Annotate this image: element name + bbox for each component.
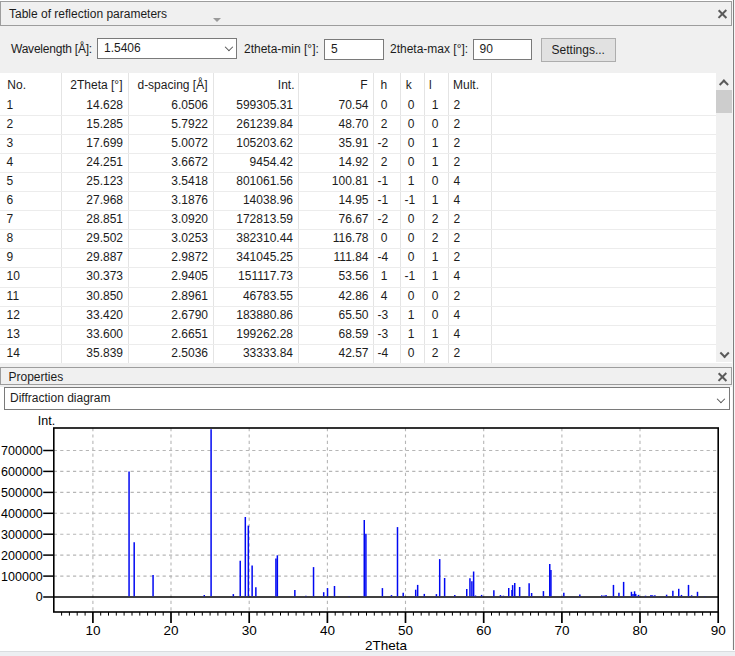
svg-text:90: 90 bbox=[711, 623, 726, 638]
svg-text:40: 40 bbox=[320, 623, 335, 638]
svg-text:80: 80 bbox=[632, 623, 647, 638]
svg-text:0: 0 bbox=[36, 590, 43, 604]
svg-text:500000: 500000 bbox=[1, 486, 43, 500]
svg-text:10: 10 bbox=[85, 623, 100, 638]
svg-text:300000: 300000 bbox=[1, 528, 43, 542]
svg-text:600000: 600000 bbox=[1, 465, 43, 479]
svg-text:200000: 200000 bbox=[1, 549, 43, 563]
svg-text:400000: 400000 bbox=[1, 507, 43, 521]
svg-text:30: 30 bbox=[242, 623, 257, 638]
svg-text:100000: 100000 bbox=[1, 570, 43, 584]
svg-text:70: 70 bbox=[554, 623, 569, 638]
svg-text:Int.: Int. bbox=[38, 414, 55, 428]
svg-text:60: 60 bbox=[476, 623, 491, 638]
svg-text:700000: 700000 bbox=[1, 444, 43, 458]
svg-text:20: 20 bbox=[163, 623, 178, 638]
svg-text:50: 50 bbox=[398, 623, 413, 638]
